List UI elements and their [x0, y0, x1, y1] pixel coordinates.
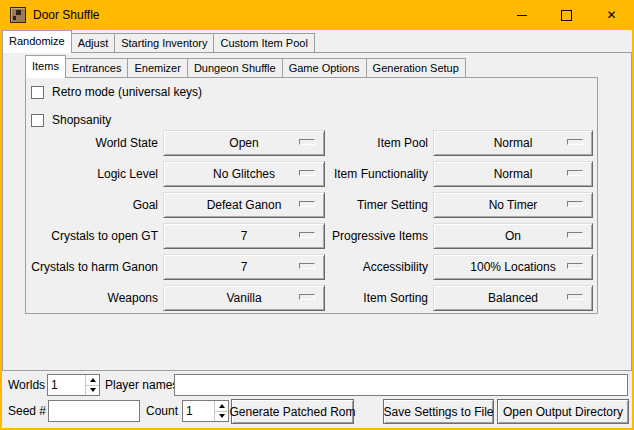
close-button[interactable]: ✕: [589, 0, 634, 30]
window-border-left: [0, 0, 2, 430]
count-spin-down-button[interactable]: [215, 412, 228, 422]
tab-custom-item-pool[interactable]: Custom Item Pool: [213, 33, 314, 52]
timer-setting-label: Timer Setting: [270, 192, 428, 218]
goal-label: Goal: [25, 192, 158, 218]
item-functionality-dropdown[interactable]: Normal: [433, 161, 593, 187]
titlebar: Door Shuffle ✕: [0, 0, 634, 30]
worlds-value: 1: [48, 375, 85, 395]
weapons-label: Weapons: [25, 285, 158, 311]
item-sorting-value: Balanced: [488, 291, 538, 305]
item-sorting-dropdown[interactable]: Balanced: [433, 285, 593, 311]
count-value: 1: [183, 401, 214, 421]
count-label: Count: [146, 400, 178, 422]
count-spinner[interactable]: 1: [182, 400, 229, 422]
crystals-gt-label: Crystals to open GT: [25, 223, 158, 249]
worlds-label: Worlds: [8, 374, 45, 396]
minimize-button[interactable]: [499, 0, 544, 30]
maximize-icon: [561, 10, 572, 21]
dropdown-indicator-icon: [567, 232, 583, 238]
crystals-ganon-label: Crystals to harm Ganon: [25, 254, 158, 280]
tab-items[interactable]: Items: [25, 55, 66, 78]
accessibility-dropdown[interactable]: 100% Locations: [433, 254, 593, 280]
seed-label: Seed #: [8, 400, 46, 422]
item-pool-dropdown[interactable]: Normal: [433, 130, 593, 156]
window-title: Door Shuffle: [33, 8, 100, 22]
shopsanity-checkbox[interactable]: [31, 114, 44, 127]
worlds-spin-up-button[interactable]: [86, 375, 99, 386]
player-names-input[interactable]: [174, 374, 628, 396]
crystals-gt-value: 7: [241, 229, 248, 243]
main-tabbar: Randomize Adjust Starting Inventory Cust…: [2, 30, 315, 53]
progressive-items-label: Progressive Items: [270, 223, 428, 249]
tab-randomize[interactable]: Randomize: [2, 30, 72, 53]
dropdown-indicator-icon: [567, 263, 583, 269]
generate-patched-rom-button[interactable]: Generate Patched Rom: [231, 399, 354, 424]
player-names-label: Player names: [105, 374, 178, 396]
tab-entrances[interactable]: Entrances: [65, 58, 129, 77]
item-sorting-label: Item Sorting: [270, 285, 428, 311]
dropdown-indicator-icon: [567, 294, 583, 300]
shopsanity-label: Shopsanity: [52, 114, 111, 127]
tab-dungeon-shuffle[interactable]: Dungeon Shuffle: [187, 58, 283, 77]
worlds-spin-down-button[interactable]: [86, 386, 99, 396]
up-arrow-icon: [90, 378, 96, 382]
item-functionality-value: Normal: [494, 167, 533, 181]
window-controls: ✕: [499, 0, 634, 30]
dropdown-indicator-icon: [567, 170, 583, 176]
maximize-button[interactable]: [544, 0, 589, 30]
item-functionality-label: Item Functionality: [270, 161, 428, 187]
worlds-spinner-arrows: [85, 375, 99, 395]
retro-mode-label: Retro mode (universal keys): [52, 86, 202, 99]
dropdown-indicator-icon: [567, 201, 583, 207]
progressive-items-dropdown[interactable]: On: [433, 223, 593, 249]
down-arrow-icon: [90, 388, 96, 392]
tab-starting-inventory[interactable]: Starting Inventory: [114, 33, 214, 52]
count-spin-up-button[interactable]: [215, 401, 228, 412]
timer-setting-value: No Timer: [489, 198, 538, 212]
up-arrow-icon: [219, 404, 225, 408]
tab-generation-setup[interactable]: Generation Setup: [366, 58, 466, 77]
accessibility-label: Accessibility: [270, 254, 428, 280]
tab-adjust[interactable]: Adjust: [71, 33, 116, 52]
accessibility-value: 100% Locations: [470, 260, 555, 274]
dropdown-indicator-icon: [567, 139, 583, 145]
minimize-icon: [517, 15, 527, 16]
world-state-value: Open: [229, 136, 258, 150]
app-icon: [10, 7, 26, 23]
item-pool-label: Item Pool: [270, 130, 428, 156]
tab-game-options[interactable]: Game Options: [282, 58, 367, 77]
crystals-ganon-value: 7: [241, 260, 248, 274]
timer-setting-dropdown[interactable]: No Timer: [433, 192, 593, 218]
open-output-directory-button[interactable]: Open Output Directory: [497, 399, 629, 424]
close-icon: ✕: [606, 9, 616, 21]
down-arrow-icon: [219, 414, 225, 418]
item-pool-value: Normal: [494, 136, 533, 150]
worlds-spinner[interactable]: 1: [47, 374, 100, 396]
world-state-label: World State: [25, 130, 158, 156]
tab-enemizer[interactable]: Enemizer: [127, 58, 187, 77]
weapons-value: Vanilla: [226, 291, 261, 305]
app-window: Door Shuffle ✕ Randomize Adjust Starting…: [0, 0, 634, 430]
seed-input[interactable]: [48, 400, 140, 422]
logic-level-label: Logic Level: [25, 161, 158, 187]
save-settings-button[interactable]: Save Settings to File: [383, 399, 494, 424]
progressive-items-value: On: [505, 229, 521, 243]
retro-mode-checkbox[interactable]: [31, 86, 44, 99]
logic-level-value: No Glitches: [213, 167, 275, 181]
count-spinner-arrows: [214, 401, 228, 421]
sub-tabbar: Items Entrances Enemizer Dungeon Shuffle…: [25, 55, 466, 78]
